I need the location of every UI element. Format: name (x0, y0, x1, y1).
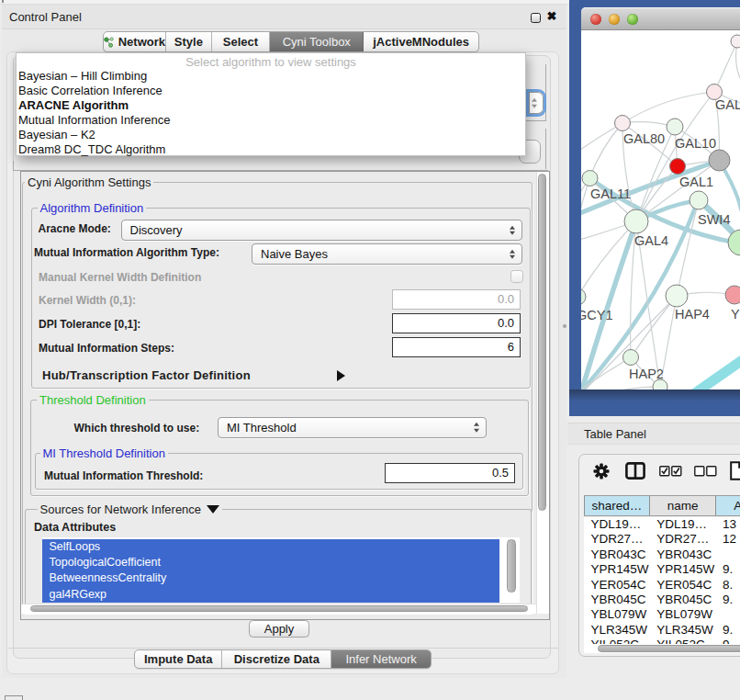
tab-style[interactable]: Style (166, 32, 212, 51)
algorithm-option[interactable]: Mutual Information Inference (17, 113, 525, 128)
table-cell: 9. (715, 623, 740, 638)
hub-definition-toggle[interactable]: Hub/Transcription Factor Definition (42, 368, 345, 382)
mi-threshold-field[interactable]: 0.5 (385, 463, 516, 483)
node-hap4[interactable] (666, 285, 688, 307)
algorithm-option[interactable]: Bayesian – K2 (17, 128, 525, 142)
settings-scrollpane: Cyni Algorithm Settings Algorithm Defini… (20, 171, 551, 620)
algorithm-option[interactable]: Basic Correlation Inference (17, 84, 525, 98)
table-row[interactable]: YIL052CYIL052C9. (584, 638, 740, 644)
node-gcy1[interactable] (581, 288, 586, 305)
which-threshold-combobox[interactable]: MI Threshold (218, 417, 487, 438)
table-horizontal-scrollbar-track[interactable] (584, 644, 740, 653)
select-columns-icon[interactable] (659, 466, 682, 477)
attribute-item[interactable]: BetweennessCentrality (42, 570, 499, 586)
table-row[interactable]: YDR27…YDR27…12 (584, 532, 740, 547)
node-gal1[interactable] (670, 159, 686, 175)
node-gray[interactable] (709, 150, 730, 171)
tab-jactivemnodules[interactable]: jActiveMNodules (364, 32, 478, 51)
table-row[interactable]: YBL079WYBL079W (584, 607, 740, 622)
kernel-width-field[interactable]: 0.0 (392, 289, 521, 310)
tab-label: Cyni Toolbox (283, 35, 351, 49)
table-row[interactable]: YBR045CYBR045C9. (584, 593, 740, 607)
apply-button[interactable]: Apply (249, 620, 309, 638)
network-edge[interactable] (581, 221, 636, 297)
tab-infer-network[interactable]: Infer Network (331, 650, 431, 669)
network-edge[interactable] (589, 123, 622, 178)
network-edge[interactable] (714, 41, 737, 92)
tab-cyni-toolbox[interactable]: Cyni Toolbox (270, 32, 364, 51)
tab-select[interactable]: Select (212, 32, 271, 51)
mi-steps-field[interactable]: 6 (392, 337, 521, 357)
node-top[interactable] (731, 35, 740, 48)
gear-icon[interactable] (593, 463, 610, 480)
table-row[interactable]: YER054CYER054C8. (584, 578, 740, 593)
algorithm-option[interactable]: ARACNE Algorithm (17, 98, 525, 113)
new-table-icon[interactable] (730, 461, 740, 480)
node-gal80[interactable] (615, 116, 631, 131)
table-row[interactable]: YLR345WYLR345W9. (584, 623, 740, 638)
table-panel-card: shared…nameA YDL19…YDL19…13YDR27…YDR27…1… (578, 454, 740, 657)
mac-close-icon[interactable] (590, 14, 601, 25)
mac-zoom-icon[interactable] (627, 14, 638, 25)
column-header-a[interactable]: A (715, 496, 740, 515)
tab-label: Discretize Data (234, 652, 320, 666)
network-icon (104, 36, 114, 49)
table-cell: YER054C (584, 578, 650, 593)
network-edge[interactable] (695, 361, 740, 390)
node-gal10[interactable] (667, 119, 683, 135)
combo-stepper-icon (510, 225, 515, 235)
vertical-scrollbar-thumb[interactable] (538, 174, 546, 511)
combo-stepper-icon (510, 249, 515, 259)
attribute-item[interactable]: SelfLoops (42, 539, 499, 555)
group-title: Algorithm Definition (38, 201, 147, 215)
horizontal-scrollbar-thumb[interactable] (30, 605, 528, 613)
mi-algorithm-type-label: Mutual Information Algorithm Type: (34, 246, 219, 259)
algorithm-option[interactable]: Bayesian – Hill Climbing (17, 69, 525, 84)
node-hap2[interactable] (623, 350, 639, 366)
split-columns-icon[interactable] (625, 462, 645, 480)
node-label: SWI4 (698, 212, 730, 227)
attribute-item[interactable]: gal4RGexp (42, 587, 499, 603)
dpi-tolerance-field[interactable]: 0.0 (392, 313, 521, 333)
network-edge[interactable] (622, 92, 714, 123)
table-cell: 9. (715, 593, 740, 607)
expanded-arrow-icon[interactable] (207, 505, 219, 514)
collapsed-arrow-icon (337, 370, 345, 381)
algorithm-option[interactable]: Dream8 DC_TDC Algorithm (17, 142, 525, 157)
float-window-icon[interactable] (531, 13, 541, 23)
tab-impute-data[interactable]: Impute Data (135, 650, 222, 669)
list-vertical-scrollbar[interactable] (507, 539, 517, 593)
node-gal11[interactable] (582, 171, 598, 186)
network-canvas[interactable]: GAL2GAL80GAL10GAL1GAL11SWI4GAL4GCY1HAP4Y… (581, 30, 740, 390)
algorithm-select-combo-edge[interactable] (529, 92, 544, 114)
aracne-mode-combobox[interactable]: Discovery (121, 220, 523, 241)
hidden-panel-border (13, 161, 14, 170)
close-icon[interactable]: ✖ (545, 8, 558, 25)
table-cell: YLR345W (649, 623, 715, 638)
node-gal4[interactable] (624, 209, 648, 233)
split-divider-handle[interactable] (563, 324, 566, 328)
column-header-label: A (716, 499, 740, 513)
data-attributes-list[interactable]: SelfLoopsTopologicalCoefficientBetweenne… (42, 537, 520, 603)
table-row[interactable]: YPR145WYPR145W9. (584, 562, 740, 577)
network-edge[interactable] (631, 296, 677, 357)
table-horizontal-scrollbar-thumb[interactable] (598, 645, 740, 652)
table-row[interactable]: YBR043CYBR043C (584, 548, 740, 562)
table-row[interactable]: YDL19…YDL19…13 (584, 517, 740, 532)
bottom-left-button[interactable] (5, 695, 23, 700)
node-swi4[interactable] (690, 191, 708, 209)
column-header-name[interactable]: name (649, 496, 715, 515)
attribute-item[interactable]: TopologicalCoefficient (42, 555, 499, 570)
tab-discretize-data[interactable]: Discretize Data (222, 650, 331, 669)
table-cell: YDR27… (649, 532, 715, 547)
group-title: Threshold Definition (37, 393, 149, 407)
mi-algorithm-type-combobox[interactable]: Naive Bayes (252, 243, 522, 265)
column-header-shared-[interactable]: shared… (584, 496, 650, 515)
unselect-columns-icon[interactable] (694, 466, 717, 477)
tab-network[interactable]: Network (104, 32, 166, 51)
node-pink-right[interactable] (725, 286, 740, 304)
table-cell: 9. (715, 562, 740, 577)
combo-stepper-icon (474, 423, 479, 433)
mac-minimize-icon[interactable] (609, 14, 620, 25)
manual-kernel-width-checkbox[interactable] (510, 270, 523, 283)
